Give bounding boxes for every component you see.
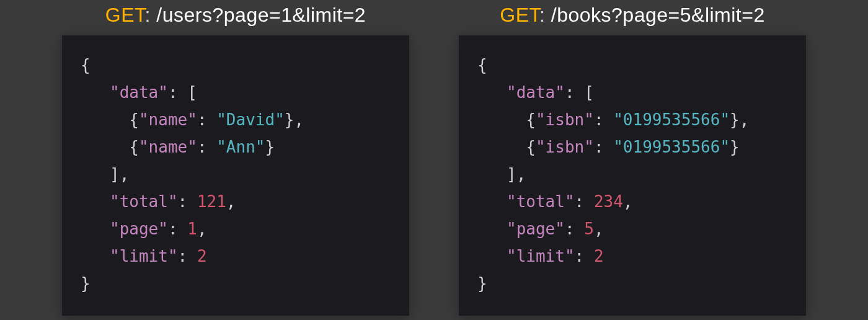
value-item-1: Ann — [226, 138, 255, 156]
value-total: 121 — [197, 192, 226, 211]
stage: GET: /users?page=1&limit=2 { "data": [ {… — [0, 0, 868, 316]
panel-books: GET: /books?page=5&limit=2 { "data": [ {… — [459, 4, 806, 316]
request-path: /books?page=5&limit=2 — [551, 4, 765, 26]
key-item-0: name — [149, 110, 188, 129]
key-item-1: isbn — [546, 138, 585, 156]
key-limit: limit — [516, 247, 565, 265]
response-body-books: { "data": [ {"isbn": "0199535566"}, {"is… — [459, 35, 806, 316]
key-item-1: name — [149, 138, 188, 156]
key-item-0: isbn — [546, 110, 585, 129]
value-page: 5 — [584, 220, 594, 238]
key-total: total — [516, 192, 565, 211]
key-data: data — [120, 83, 159, 102]
response-body-users: { "data": [ {"name": "David"}, {"name": … — [62, 35, 409, 316]
http-method: GET — [105, 4, 145, 26]
value-limit: 2 — [594, 247, 604, 265]
value-page: 1 — [187, 220, 197, 238]
request-line-users: GET: /users?page=1&limit=2 — [105, 4, 366, 27]
request-line-books: GET: /books?page=5&limit=2 — [500, 4, 764, 27]
request-path: /users?page=1&limit=2 — [156, 4, 366, 26]
http-method: GET — [500, 4, 539, 26]
key-total: total — [120, 192, 168, 211]
value-total: 234 — [594, 192, 623, 211]
panel-users: GET: /users?page=1&limit=2 { "data": [ {… — [62, 4, 409, 316]
key-page: page — [516, 220, 556, 238]
value-item-0: David — [226, 110, 275, 129]
value-limit: 2 — [197, 247, 207, 265]
key-limit: limit — [120, 247, 168, 265]
value-item-1: 0199535566 — [623, 138, 720, 156]
key-data: data — [516, 83, 556, 102]
key-page: page — [120, 220, 159, 238]
value-item-0: 0199535566 — [623, 110, 720, 129]
